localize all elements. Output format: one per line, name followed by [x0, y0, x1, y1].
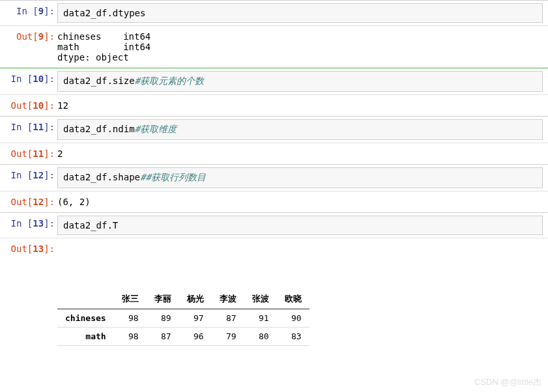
code-input[interactable]: data2_df.ndim#获取维度	[57, 119, 543, 140]
table-cell: 97	[179, 309, 212, 328]
table-cell: 98	[114, 309, 147, 328]
table-row-header: chineses	[57, 309, 114, 328]
code-input[interactable]: data2_df.shape##获取行列数目	[57, 167, 543, 188]
table-cell: 80	[244, 328, 277, 346]
code-text: data2_df.dtypes	[63, 8, 145, 18]
table-corner	[57, 289, 114, 309]
output-cell: Out[12]: (6, 2)	[0, 191, 548, 212]
table-row-header: math	[57, 328, 114, 346]
table-row: math 98 87 96 79 80 83	[57, 328, 310, 346]
output-prompt: Out[12]:	[0, 191, 57, 212]
code-input[interactable]: data2_df.T	[57, 216, 543, 235]
output-cell: Out[10]: 12	[0, 94, 548, 116]
output-prompt: Out[13]:	[0, 238, 57, 392]
table-cell: 91	[244, 309, 277, 328]
output-prompt: Out[9]:	[0, 26, 57, 68]
table-cell: 83	[277, 328, 310, 346]
output-cell: Out[9]: chineses int64 math int64 dtype:…	[0, 25, 548, 68]
output-cell: Out[11]: 2	[0, 143, 548, 164]
table-header-row: 张三 李丽 杨光 李波 张波 欧晓	[57, 289, 310, 309]
table-col-header: 张波	[244, 289, 277, 309]
code-text: data2_df.T	[63, 220, 118, 231]
code-input[interactable]: data2_df.dtypes	[57, 3, 543, 23]
table-col-header: 张三	[114, 289, 147, 309]
input-prompt: In [13]:	[0, 213, 57, 238]
input-cell: In [13]: data2_df.T	[0, 212, 548, 238]
input-prompt: In [12]:	[0, 165, 57, 191]
output-cell: Out[13]: 张三 李丽 杨光 李波 张波 欧晓 c	[0, 238, 548, 392]
input-cell: In [9]: data2_df.dtypes	[0, 0, 548, 25]
table-col-header: 杨光	[179, 289, 212, 309]
table-cell: 89	[147, 309, 179, 328]
watermark-text: CSDN @@little杰	[474, 376, 541, 388]
input-prompt: In [9]:	[0, 1, 57, 25]
table-cell: 90	[277, 309, 310, 328]
output-table-wrap: 张三 李丽 杨光 李波 张波 欧晓 chineses 98 89 97 87	[57, 238, 548, 392]
code-comment: ##获取行列数目	[140, 172, 206, 182]
input-prompt: In [11]:	[0, 117, 57, 143]
output-text: chineses int64 math int64 dtype: object	[57, 26, 548, 68]
code-comment: #获取元素的个数	[135, 76, 204, 86]
table-cell: 87	[212, 309, 244, 328]
table-cell: 96	[179, 328, 212, 346]
code-text: data2_df.size	[63, 76, 135, 86]
code-input[interactable]: data2_df.size#获取元素的个数	[57, 71, 543, 92]
table-cell: 87	[147, 328, 179, 346]
table-col-header: 欧晓	[277, 289, 310, 309]
input-cell: In [11]: data2_df.ndim#获取维度	[0, 116, 548, 143]
code-text: data2_df.shape	[63, 172, 140, 182]
table-cell: 98	[114, 328, 147, 346]
dataframe-table: 张三 李丽 杨光 李波 张波 欧晓 chineses 98 89 97 87	[57, 289, 310, 346]
output-text: 12	[57, 95, 548, 116]
input-cell: In [10]: data2_df.size#获取元素的个数	[0, 68, 548, 94]
output-text: 2	[57, 143, 548, 164]
code-comment: #获取维度	[135, 124, 177, 134]
table-col-header: 李波	[212, 289, 244, 309]
input-cell: In [12]: data2_df.shape##获取行列数目	[0, 164, 548, 191]
code-text: data2_df.ndim	[63, 124, 135, 134]
table-col-header: 李丽	[147, 289, 179, 309]
output-prompt: Out[11]:	[0, 143, 57, 164]
table-row: chineses 98 89 97 87 91 90	[57, 309, 310, 328]
output-prompt: Out[10]:	[0, 95, 57, 116]
output-text: (6, 2)	[57, 191, 548, 212]
input-prompt: In [10]:	[0, 68, 57, 94]
table-cell: 79	[212, 328, 244, 346]
